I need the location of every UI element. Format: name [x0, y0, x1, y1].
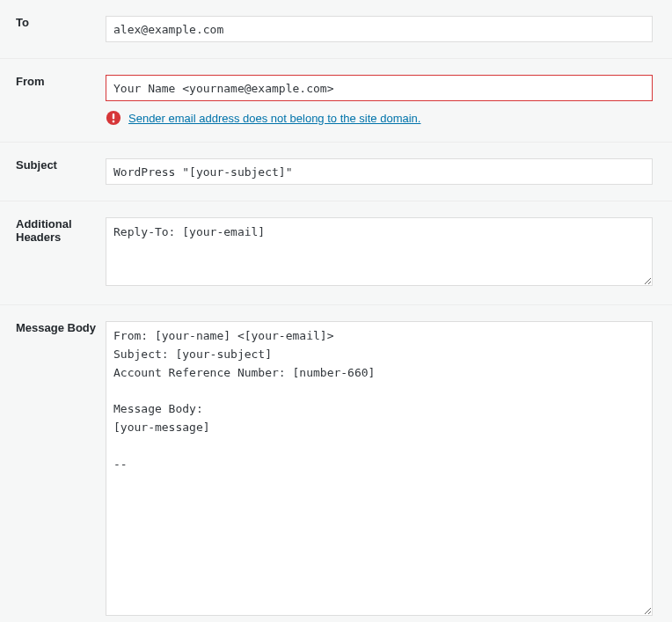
from-alert: Sender email address does not belong to …	[106, 110, 653, 126]
additional-headers-input[interactable]	[106, 217, 653, 286]
svg-point-2	[113, 121, 115, 123]
to-row: To	[0, 0, 672, 59]
subject-label: Subject	[16, 158, 57, 172]
from-label: From	[16, 75, 45, 88]
warning-icon	[106, 110, 121, 126]
additional-headers-label: Additional Headers	[16, 217, 72, 244]
additional-headers-row: Additional Headers	[0, 201, 672, 305]
from-row: From Sender email address does not belon…	[0, 59, 672, 143]
svg-rect-1	[113, 113, 114, 119]
from-input[interactable]	[106, 75, 653, 101]
subject-input[interactable]	[106, 158, 653, 185]
message-body-input[interactable]	[106, 321, 653, 616]
from-alert-link[interactable]: Sender email address does not belong to …	[128, 112, 420, 125]
to-input[interactable]	[106, 16, 653, 42]
message-body-label: Message Body	[16, 321, 96, 334]
message-body-row: Message Body	[0, 305, 672, 623]
to-label: To	[16, 16, 29, 29]
subject-row: Subject	[0, 143, 672, 201]
mail-settings-form: To From S	[0, 0, 672, 622]
